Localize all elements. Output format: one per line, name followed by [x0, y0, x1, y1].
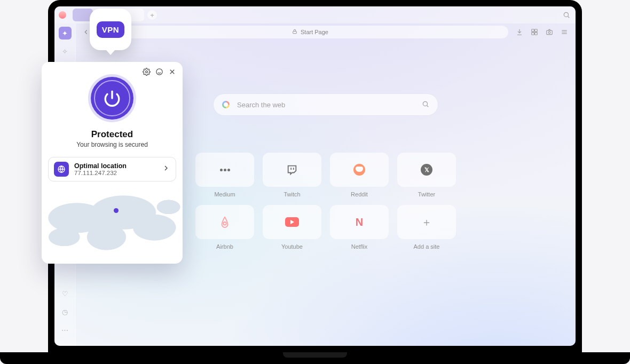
sidebar-aria-icon[interactable]: ✦: [59, 27, 72, 39]
vpn-map: [42, 188, 183, 256]
laptop-base: [0, 352, 630, 364]
speed-dial-youtube[interactable]: Youtube: [263, 205, 321, 250]
plus-icon: ＋: [421, 215, 432, 230]
svg-rect-3: [535, 29, 538, 32]
airbnb-icon: [219, 216, 231, 228]
vpn-map-location-dot: [114, 208, 119, 213]
svg-point-7: [548, 31, 550, 34]
tile-label: Twitch: [284, 191, 300, 197]
speed-dial-reddit[interactable]: Reddit: [330, 153, 389, 197]
vpn-toggle-button[interactable]: [91, 77, 133, 120]
tile-icon: ＋: [397, 205, 456, 239]
opera-logo-icon: [59, 11, 66, 19]
tile-icon: [195, 153, 254, 187]
tile-label: Add a site: [414, 243, 440, 250]
tile-icon: [195, 205, 254, 239]
svg-point-0: [564, 12, 568, 17]
chevron-right-icon: [162, 164, 170, 175]
svg-point-8: [423, 101, 427, 106]
svg-rect-6: [547, 30, 553, 35]
globe-icon: [54, 162, 69, 177]
search-box[interactable]: Search the web: [214, 94, 438, 115]
tile-icon: [263, 153, 321, 187]
svg-point-11: [156, 68, 162, 74]
emoji-icon[interactable]: [155, 67, 163, 76]
new-tab-button[interactable]: +: [147, 10, 157, 20]
workspaces-icon[interactable]: [530, 27, 539, 37]
vpn-toolbar-icon[interactable]: VPN: [90, 9, 131, 50]
twitch-icon: [286, 164, 298, 176]
speed-dial-airbnb[interactable]: Airbnb: [195, 205, 254, 250]
search-placeholder: Search the web: [237, 101, 285, 109]
speed-dial-medium[interactable]: Medium: [195, 153, 254, 197]
tile-icon: [263, 205, 321, 239]
speed-dial-grid: Medium Twitch Reddit: [195, 153, 456, 250]
tab-bar: +: [54, 6, 576, 23]
laptop-notch: [283, 352, 347, 358]
tile-label: Reddit: [351, 191, 368, 197]
tile-icon: [330, 153, 389, 187]
svg-point-9: [223, 222, 226, 225]
tile-label: Youtube: [281, 243, 303, 250]
svg-rect-4: [532, 33, 534, 35]
svg-rect-2: [532, 29, 534, 32]
sidebar-heart-icon[interactable]: ♡: [59, 287, 72, 300]
lock-icon: [292, 29, 297, 35]
vpn-popover-toolbar: [42, 62, 183, 76]
youtube-icon: [285, 217, 299, 227]
reddit-icon: [353, 164, 365, 176]
svg-point-10: [145, 70, 147, 73]
x-icon: 𝕏: [421, 164, 432, 176]
close-icon[interactable]: [168, 67, 176, 76]
sidebar-more-icon[interactable]: ⋯: [59, 323, 72, 336]
toolbar-right: [513, 27, 571, 37]
vpn-status: Protected Your browsing is secured: [42, 129, 183, 148]
tile-label: Medium: [214, 191, 235, 197]
vpn-location-selector[interactable]: Optimal location 77.111.247.232: [48, 157, 176, 181]
netflix-icon: N: [356, 216, 363, 228]
power-icon: [103, 89, 121, 107]
download-icon[interactable]: [515, 27, 524, 37]
speed-dial-twitter[interactable]: 𝕏 Twitter: [397, 153, 456, 197]
snapshot-icon[interactable]: [545, 27, 554, 37]
speed-dial-twitch[interactable]: Twitch: [263, 153, 321, 197]
easy-setup-icon[interactable]: [560, 27, 569, 37]
speed-dial-netflix[interactable]: N Netflix: [330, 205, 389, 250]
toolbar: Start Page: [76, 23, 576, 41]
tile-label: Airbnb: [216, 243, 233, 250]
address-bar-title: Start Page: [301, 29, 328, 35]
vpn-badge-label: VPN: [97, 21, 124, 38]
speed-dial-add-site[interactable]: ＋ Add a site: [397, 205, 456, 250]
svg-rect-5: [535, 33, 538, 35]
google-icon: [222, 101, 230, 108]
search-icon: [422, 100, 429, 109]
vpn-ip-address: 77.111.247.232: [74, 170, 156, 176]
vpn-status-title: Protected: [42, 129, 183, 140]
tile-icon: N: [330, 205, 389, 239]
medium-icon: [219, 163, 231, 177]
vpn-popover: Protected Your browsing is secured Optim…: [42, 62, 183, 264]
search-tabs-icon[interactable]: [562, 10, 571, 20]
tile-label: Twitter: [418, 191, 435, 197]
sidebar-history-icon[interactable]: ◷: [59, 305, 72, 318]
sidebar-sparkle-icon[interactable]: ✧: [59, 45, 72, 58]
address-bar[interactable]: Start Page: [112, 26, 508, 38]
tile-label: Netflix: [351, 243, 368, 250]
svg-rect-1: [293, 31, 297, 34]
vpn-location-label: Optimal location: [74, 162, 156, 170]
gear-icon[interactable]: [142, 67, 151, 76]
vpn-status-subtitle: Your browsing is secured: [42, 141, 183, 148]
tile-icon: 𝕏: [397, 153, 456, 187]
